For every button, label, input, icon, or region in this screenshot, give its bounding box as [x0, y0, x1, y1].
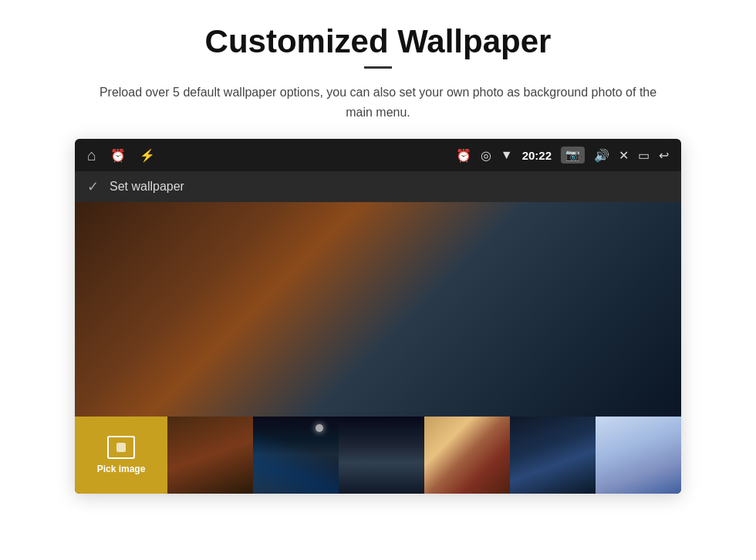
wifi-icon: ▼	[501, 148, 513, 162]
page-container: Customized Wallpaper Preload over 5 defa…	[0, 0, 756, 560]
status-bar: ⌂ ⏰ ⚡ ⏰ ◎ ▼ 20:22 📷 🔊 ✕ ▭ ↩	[75, 139, 681, 171]
status-time: 20:22	[522, 149, 552, 162]
alarm-icon: ⏰	[110, 148, 126, 163]
thumbnail-6[interactable]	[596, 417, 681, 494]
usb-icon: ⚡	[140, 148, 155, 163]
location-icon: ◎	[481, 148, 491, 163]
back-icon[interactable]: ↩	[659, 148, 669, 163]
pick-image-button[interactable]: Pick image	[75, 417, 167, 494]
checkmark-icon: ✓	[87, 178, 99, 195]
status-bar-right: ⏰ ◎ ▼ 20:22 📷 🔊 ✕ ▭ ↩	[456, 147, 669, 164]
close-icon: ✕	[619, 148, 629, 163]
pick-image-label: Pick image	[97, 464, 146, 474]
status-bar-left: ⌂ ⏰ ⚡	[87, 147, 155, 164]
alarm2-icon: ⏰	[456, 148, 471, 163]
title-divider	[364, 66, 392, 69]
pick-image-icon	[107, 436, 135, 459]
home-icon: ⌂	[87, 147, 96, 164]
thumbnail-5[interactable]	[510, 417, 596, 494]
volume-icon: 🔊	[594, 148, 609, 163]
toolbar-label: Set wallpaper	[110, 180, 184, 194]
thumbnail-strip: Pick image	[75, 417, 681, 494]
window-icon: ▭	[638, 148, 650, 163]
camera-icon[interactable]: 📷	[561, 147, 585, 164]
thumbnail-4[interactable]	[424, 417, 510, 494]
wallpaper-preview	[75, 202, 681, 417]
device-screen: ⌂ ⏰ ⚡ ⏰ ◎ ▼ 20:22 📷 🔊 ✕ ▭ ↩ ✓ Set wallpa…	[75, 139, 681, 494]
toolbar-bar: ✓ Set wallpaper	[75, 171, 681, 202]
page-subtitle: Preload over 5 default wallpaper options…	[85, 83, 671, 122]
thumbnail-2[interactable]	[253, 417, 339, 494]
thumbnail-1[interactable]	[167, 417, 253, 494]
page-title: Customized Wallpaper	[205, 23, 552, 60]
thumbnail-3[interactable]	[339, 417, 424, 494]
